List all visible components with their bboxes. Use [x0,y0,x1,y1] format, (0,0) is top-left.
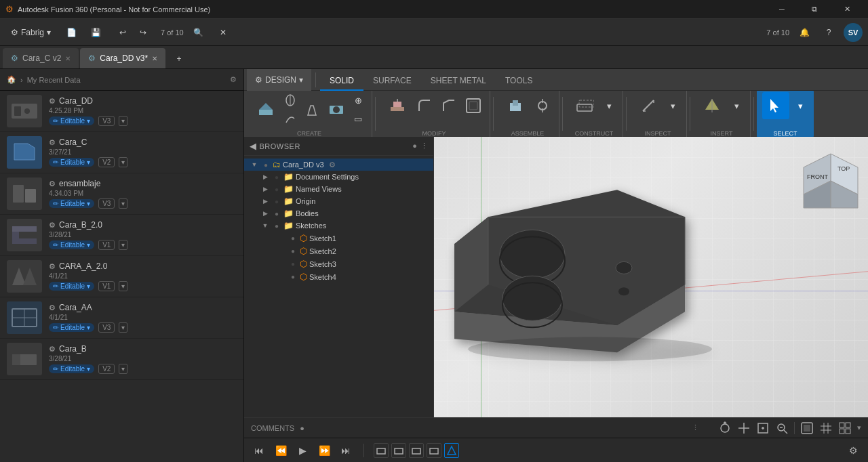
measure-tool[interactable] [635,92,662,119]
user-avatar[interactable]: SV [844,23,863,42]
fillet-tool[interactable] [414,95,435,117]
minimize-button[interactable]: ─ [766,0,797,19]
joint-tool[interactable] [532,95,553,117]
version-arrow-cara-b[interactable]: ▾ [119,364,127,374]
tree-eye-bodies[interactable]: ● [272,209,281,218]
toolbar-tab-tools[interactable]: TOOLS [496,72,542,91]
new-design-button[interactable]: 📄 [62,23,81,42]
tree-eye-doc-settings[interactable]: ● [272,172,281,182]
zoom-fit-status[interactable] [756,421,770,435]
version-badge-cara-b[interactable]: V2 [98,364,115,374]
press-pull-tool[interactable] [384,92,411,119]
tree-eye-sketches[interactable]: ● [272,221,281,230]
sidebar-item-cara-a2[interactable]: ⚙ CARA_A_2.0 4/1/21 ✏ Editable ▾ V1 ▾ [0,256,243,297]
notifications-button[interactable]: 🔔 [795,23,814,42]
editable-badge-cara-aa[interactable]: ✏ Editable ▾ [49,323,94,332]
timeline-play-button[interactable]: ▶ [294,442,311,459]
home-icon[interactable]: 🏠 [7,75,16,84]
sidebar-item-cara-c[interactable]: ⚙ Cara_C 3/27/21 ✏ Editable ▾ V2 ▾ [0,132,243,173]
editable-badge-cara-b[interactable]: ✏ Editable ▾ [49,364,94,373]
tree-arrow-doc-settings[interactable]: ▶ [260,172,270,182]
tree-eye-named-views[interactable]: ● [272,184,281,194]
thread-tool[interactable]: ⊕ [350,92,366,108]
offset-plane-tool[interactable] [571,92,598,119]
revolve-tool[interactable] [282,92,298,108]
timeline-settings-button[interactable]: ⚙ [845,442,861,459]
tree-arrow-sketches[interactable]: ▼ [260,221,270,230]
timeline-next-button[interactable]: ⏩ [316,442,332,459]
box-tool[interactable]: ▭ [350,110,366,127]
tab-cara-c[interactable]: ⚙ Cara_C v2 ✕ [3,48,79,68]
version-badge-cara-aa[interactable]: V3 [98,322,115,333]
new-tab-button[interactable]: + [170,49,189,68]
maximize-button[interactable]: ⧉ [799,0,830,19]
toolbar-tab-sheet-metal[interactable]: SHEET METAL [421,72,496,91]
toolbar-tab-surface[interactable]: SURFACE [363,72,421,91]
tree-eye-sketch4[interactable]: ● [288,272,298,282]
tree-arrow-origin[interactable]: ▶ [260,196,270,206]
version-badge-ensamblaje[interactable]: V3 [98,198,115,209]
editable-badge-cara-a2[interactable]: ✏ Editable ▾ [49,282,94,291]
tree-eye-root[interactable]: ● [261,160,271,169]
viewport-3d[interactable]: ◀ BROWSER ● ⋮ ▼ ● 🗂 Cara_DD v3 [244,137,868,417]
editable-badge-ensamblaje[interactable]: ✏ Editable ▾ [49,199,94,208]
browser-collapse-icon[interactable]: ◀ [250,141,257,151]
search-button[interactable]: 🔍 [189,23,208,42]
editable-badge-cara-c[interactable]: ✏ Editable ▾ [49,158,94,167]
tree-arrow-root[interactable]: ▼ [250,160,259,169]
close-button[interactable]: ✕ [831,0,863,19]
tree-eye-origin[interactable]: ● [272,196,281,206]
toolbar-tab-solid[interactable]: SOLID [320,72,363,91]
grid-status[interactable] [819,421,833,435]
select-tool[interactable] [762,92,789,119]
rotate-tool-status[interactable] [718,421,732,435]
loft-tool[interactable] [301,99,323,121]
version-arrow-cara-c[interactable]: ▾ [119,157,127,167]
extrude-tool[interactable] [252,96,279,123]
tab-cara-c-close[interactable]: ✕ [65,55,71,62]
version-badge-cara-a2[interactable]: V1 [98,281,115,291]
select-more[interactable]: ▾ [792,98,808,114]
shell-tool[interactable] [462,95,484,117]
sidebar-item-cara-b[interactable]: ⚙ Cara_B 3/28/21 ✏ Editable ▾ V2 ▾ [0,339,243,380]
hole-tool[interactable] [326,99,347,121]
version-arrow-cara-aa[interactable]: ▾ [119,322,127,333]
timeline-shape-5[interactable] [444,443,459,458]
version-arrow-ensamblaje[interactable]: ▾ [119,198,127,209]
tab-cara-dd[interactable]: ⚙ Cara_DD v3* ✕ [80,48,165,68]
sidebar-item-cara-b2[interactable]: ⚙ Cara_B_2.0 3/28/21 ✏ Editable ▾ V1 ▾ [0,215,243,256]
version-badge-cara-dd[interactable]: V3 [98,116,115,126]
insert-mesh-tool[interactable] [698,92,726,119]
sweep-tool[interactable] [282,110,298,127]
timeline-shape-2[interactable] [391,443,406,458]
save-button[interactable]: 💾 [86,23,105,42]
layout-more[interactable]: ▾ [857,423,861,432]
version-arrow-cara-a2[interactable]: ▾ [119,281,127,291]
version-badge-cara-c[interactable]: V2 [98,157,115,167]
zoom-window-status[interactable] [775,421,789,435]
sidebar-item-cara-dd[interactable]: ⚙ Cara_DD 4.25.28 PM ✏ Editable ▾ V3 ▾ [0,91,243,132]
version-arrow-cara-b2[interactable]: ▾ [119,240,127,250]
sidebar-item-cara-aa[interactable]: ⚙ Cara_AA 4/1/21 ✏ Editable ▾ V3 ▾ [0,297,243,339]
timeline-shape-4[interactable] [427,443,441,458]
workspace-selector[interactable]: ⚙ Fabrig ▾ [5,25,56,40]
tree-settings-root[interactable]: ⚙ [329,161,336,169]
editable-badge-cara-dd[interactable]: ✏ Editable ▾ [49,117,94,125]
timeline-start-button[interactable]: ⏮ [251,442,267,459]
version-badge-cara-b2[interactable]: V1 [98,240,115,250]
more-status[interactable] [838,421,852,435]
tab-cara-dd-close[interactable]: ✕ [152,55,157,62]
inspect-more[interactable]: ▾ [665,98,681,114]
timeline-shape-1[interactable] [374,443,389,458]
timeline-shape-3[interactable] [409,443,424,458]
close-doc-button[interactable]: ✕ [214,23,233,42]
sidebar-item-ensamblaje[interactable]: ⚙ ensamblaje 4.34.03 PM ✏ Editable ▾ V3 … [0,173,243,215]
tree-eye-sketch1[interactable]: ● [288,234,298,243]
tree-eye-sketch2[interactable]: ● [288,247,298,256]
timeline-end-button[interactable]: ⏭ [338,442,354,459]
tree-eye-sketch3[interactable]: ● [288,259,298,269]
insert-more[interactable]: ▾ [728,98,745,114]
new-component-tool[interactable] [502,92,529,119]
undo-button[interactable]: ↩ [113,23,132,42]
tree-arrow-bodies[interactable]: ▶ [260,209,270,218]
